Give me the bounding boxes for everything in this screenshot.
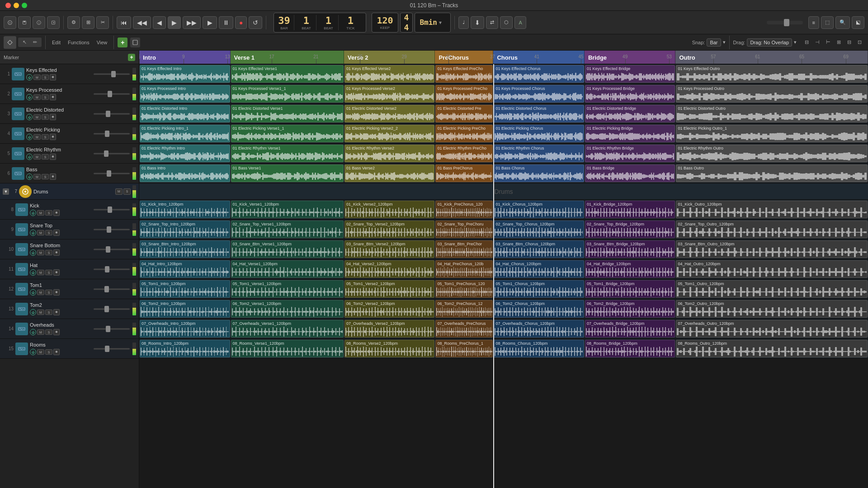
track-fader-1[interactable] [94, 72, 130, 76]
track-fader-14[interactable] [94, 327, 130, 331]
drums-group-toggle[interactable]: ▼ [3, 188, 9, 195]
metronome-button[interactable]: ♩ [458, 16, 469, 29]
track-row-7[interactable]: Drums [139, 183, 868, 200]
inspector-button[interactable]: ⬕ [852, 16, 864, 29]
clip-01-keys-processed-outro[interactable]: 01 Keys Processed Outro [676, 85, 868, 103]
track-mute-10[interactable]: M [37, 250, 44, 255]
track-row-5[interactable]: 01 Electric Rhythm Intro01 Electric Rhyt… [139, 144, 868, 164]
track-solo-11[interactable]: S [45, 270, 52, 275]
export-button[interactable]: ▾ [47, 16, 60, 29]
pause-button[interactable]: ⏸ [219, 16, 233, 29]
clip-08_rooms_verse2_120bpm[interactable]: 08_Rooms_Verse2_120bpm [344, 340, 435, 357]
track-flex-14[interactable]: ✱ [53, 329, 60, 335]
clip-04_hat_verse1_120bpm[interactable]: 04_Hat_Verse1_120bpm [231, 260, 344, 278]
clip-01-electric-rhythm-precho[interactable]: 01 Electric Rhythm PreCho [435, 145, 493, 162]
close-button[interactable] [5, 3, 11, 8]
clip-01-bass-intro[interactable]: 01 Bass Intro [140, 164, 230, 182]
browser-button[interactable]: ⬚ [821, 16, 834, 29]
spread-button[interactable]: ⊞ [834, 38, 844, 46]
clip-01-electric-picking-chorus[interactable]: 01 Electric Picking Chorus [494, 125, 584, 142]
clip-08_rooms_bridge_120bpm[interactable]: 08_Rooms_Bridge_120bpm [585, 340, 675, 357]
clip-08_rooms_prechorus_1[interactable]: 08_Rooms_PreChorus_1 [435, 340, 493, 357]
clip-01-keys-processed-intro[interactable]: 01 Keys Processed Intro [140, 85, 230, 103]
clip-01-keys-processed-verse2[interactable]: 01 Keys Processed Verse2 [344, 85, 435, 103]
maximize-button[interactable] [22, 3, 27, 8]
track-mute-14[interactable]: M [37, 329, 44, 335]
track-solo-14[interactable]: S [45, 329, 52, 335]
add-marker-button[interactable]: + [118, 38, 127, 47]
clip-01-electric-picking-outro_1[interactable]: 01 Electric Picking Outro_1 [676, 125, 868, 142]
save-button[interactable] [18, 16, 31, 29]
clip-01-electric-picking-precho[interactable]: 01 Electric Picking PreCho [435, 125, 493, 142]
track-power-12[interactable]: ⏻ [30, 289, 36, 296]
track-mute-13[interactable]: M [37, 310, 44, 315]
clip-08_rooms_chorus_120bpm[interactable]: 08_Rooms_Chorus_120bpm [494, 340, 584, 357]
track-mute-3[interactable]: M [33, 114, 41, 120]
track-fader-8[interactable] [94, 208, 130, 211]
clip-01-bass-outro[interactable]: 01 Bass Outro [676, 164, 868, 182]
track-solo-12[interactable]: S [45, 290, 52, 295]
clip-01-electric-picking-verse2_2[interactable]: 01 Electric Picking Verse2_2 [344, 125, 435, 142]
track-mute-1[interactable]: M [33, 75, 41, 80]
track-mute-8[interactable]: M [37, 210, 44, 216]
clip-03_snare_btm_prechor[interactable]: 03_Snare_Btm_PreChor [435, 240, 493, 258]
collapse-button[interactable]: ⊟ [844, 38, 854, 46]
prev-button[interactable]: ◀ [153, 16, 166, 29]
track-power-4[interactable]: ⏻ [26, 134, 33, 140]
clip-06_tom2_chorus_120bpm[interactable]: 06_Tom2_Chorus_120bpm [494, 300, 584, 318]
clip-01-keys-effected-intro[interactable]: 01 Keys Effected Intro [140, 65, 230, 83]
align-left-button[interactable]: ⊣ [812, 38, 822, 46]
clip-01-bass-verse2[interactable]: 01 Bass Verse2 [344, 164, 435, 182]
clip-07_overheads_outro_120bpm[interactable]: 07_Overheads_Outro_120bpm [676, 320, 868, 338]
clip-02_snare_top_verse2_120bpm[interactable]: 02_Snare_Top_Verse2_120bpm [344, 221, 435, 238]
clip-01-keys-processed-precho[interactable]: 01 Keys Processed PreCho [435, 85, 493, 103]
expand-button[interactable]: ⊡ [855, 38, 864, 46]
track-mute-2[interactable]: M [33, 94, 41, 100]
clip-04_hat_bridge_120bpm[interactable]: 04_Hat_Bridge_120bpm [585, 260, 675, 278]
clip-04_hat_outro_120bpm[interactable]: 04_Hat_Outro_120bpm [676, 260, 868, 278]
next-button[interactable]: ▶ [168, 16, 181, 29]
clip-01-keys-effected-precho[interactable]: 01 Keys Effected PreCho [435, 65, 493, 83]
clip-04_hat_intro_120bpm[interactable]: 04_Hat_Intro_120bpm [140, 260, 230, 278]
track-flex-15[interactable]: ✱ [53, 349, 60, 355]
track-solo-8[interactable]: S [45, 210, 52, 216]
record-button[interactable]: ● [235, 16, 247, 29]
clip-04_hat_verse2_120bpm[interactable]: 04_Hat_Verse2_120bpm [344, 260, 435, 278]
clip-02_snare_top_chorus_120bpm[interactable]: 02_Snare_Top_Chorus_120bpm [494, 221, 584, 238]
clip-01-keys-processed-bridge[interactable]: 01 Keys Processed Bridge [585, 85, 675, 103]
track-mute-4[interactable]: M [33, 134, 41, 140]
options-button[interactable]: ⬡ [500, 16, 513, 29]
track-power-13[interactable]: ⏻ [30, 309, 36, 315]
track-mute-12[interactable]: M [37, 290, 44, 295]
track-solo-1[interactable]: S [42, 75, 49, 80]
clip-06_tom2_outro_120bpm[interactable]: 06_Tom2_Outro_120bpm [676, 300, 868, 318]
drag-value[interactable]: Drag: No Overlap [747, 38, 792, 47]
track-row-4[interactable]: 01 Electric Picking Intro_101 Electric P… [139, 124, 868, 144]
clip-01-electric-rhythm-intro[interactable]: 01 Electric Rhythm Intro [140, 145, 230, 162]
clip-06_tom2_prechorus_12[interactable]: 06_Tom2_PreChorus_12 [435, 300, 493, 318]
search-button[interactable]: 🔍 [835, 16, 850, 29]
snap-value[interactable]: Bar [707, 38, 721, 47]
track-mute-9[interactable]: M [37, 230, 44, 235]
clip-01-bass-bridge[interactable]: 01 Bass Bridge [585, 164, 675, 182]
track-solo-4[interactable]: S [42, 134, 49, 140]
track-flex-3[interactable]: ✱ [50, 114, 56, 120]
pointer-tool[interactable]: ↖ [20, 38, 29, 46]
track-row-14[interactable]: 07_Overheads_Intro_120bpm07_Overheads_Ve… [139, 319, 868, 339]
clip-01-electric-rhythm-verse2[interactable]: 01 Electric Rhythm Verse2 [344, 145, 435, 162]
track-fader-10[interactable] [94, 248, 130, 251]
clip-01-bass-chorus[interactable]: 01 Bass Chorus [494, 164, 584, 182]
track-mute-7[interactable]: M [115, 188, 123, 195]
add-track-button[interactable]: + [4, 16, 16, 29]
view-menu[interactable]: View [94, 39, 110, 46]
clip-01-electric-picking-intro_1[interactable]: 01 Electric Picking Intro_1 [140, 125, 230, 142]
tools-button[interactable]: ✂ [96, 16, 109, 29]
clip-01-electric-picking-verse1_1[interactable]: 01 Electric Picking Verse1_1 [231, 125, 344, 142]
traffic-lights[interactable] [5, 3, 27, 8]
track-power-15[interactable]: ⏻ [30, 349, 36, 355]
track-flex-4[interactable]: ✱ [50, 134, 56, 140]
track-fader-15[interactable] [94, 347, 130, 351]
quantize-button[interactable]: ⊟ [802, 38, 811, 46]
track-power-9[interactable]: ⏻ [30, 230, 36, 236]
clip-01_kick_intro_120bpm[interactable]: 01_Kick_Intro_120bpm [140, 201, 230, 218]
